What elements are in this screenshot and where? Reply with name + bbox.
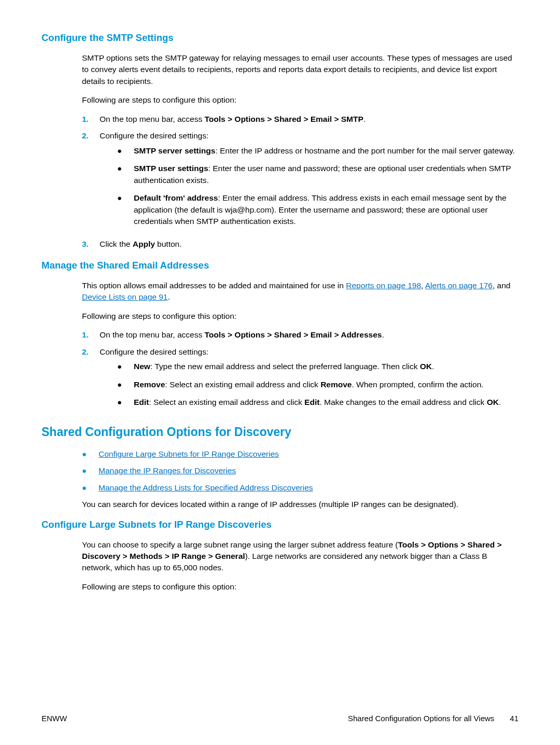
term: SMTP user settings — [134, 164, 208, 173]
text: button. — [155, 240, 182, 248]
text: . — [167, 292, 170, 301]
text: , and — [493, 281, 510, 290]
term: SMTP server settings — [134, 146, 215, 155]
bullet-list: ● SMTP server settings: Enter the IP add… — [117, 145, 519, 228]
list-number: 1. — [82, 329, 100, 341]
list-item: ● Manage the Address Lists for Specified… — [82, 482, 519, 494]
text: : Enter the IP address or hostname and t… — [215, 146, 515, 155]
ordered-list: 1. On the top menu bar, access Tools > O… — [82, 114, 519, 250]
footer-left: ENWW — [41, 713, 67, 724]
list-item: 1. On the top menu bar, access Tools > O… — [82, 329, 519, 341]
list-number: 2. — [82, 346, 100, 415]
heading-shared-discovery: Shared Configuration Options for Discove… — [41, 424, 519, 441]
text: . — [363, 115, 366, 123]
text: . — [382, 330, 384, 339]
footer-right: Shared Configuration Options for all Vie… — [348, 713, 519, 724]
text: On the top menu bar, access — [100, 330, 204, 339]
paragraph: Following are steps to configure this op… — [82, 94, 519, 106]
button-name: OK — [420, 362, 432, 371]
term: New — [134, 362, 150, 371]
bullet-icon: ● — [117, 163, 134, 186]
text: This option allows email addresses to be… — [82, 281, 346, 290]
paragraph: You can choose to specify a large subnet… — [82, 539, 519, 574]
link-alerts[interactable]: Alerts on page 176 — [425, 281, 493, 290]
bullet-icon: ● — [117, 397, 134, 408]
paragraph: This option allows email addresses to be… — [82, 280, 519, 303]
page-footer: ENWW Shared Configuration Options for al… — [41, 713, 519, 724]
link-reports[interactable]: Reports on page 198 — [346, 281, 421, 290]
list-number: 3. — [82, 238, 100, 250]
button-name: Apply — [133, 240, 155, 248]
list-item: ● SMTP server settings: Enter the IP add… — [117, 145, 519, 157]
text: You can choose to specify a large subnet… — [82, 540, 398, 549]
link-list: ● Configure Large Subnets for IP Range D… — [82, 448, 519, 494]
list-content: On the top menu bar, access Tools > Opti… — [100, 114, 366, 125]
link-ip-ranges[interactable]: Manage the IP Ranges for Discoveries — [99, 465, 236, 476]
bullet-icon: ● — [117, 192, 134, 227]
bullet-icon: ● — [82, 448, 99, 460]
list-number: 1. — [82, 114, 100, 125]
text: . — [499, 398, 501, 406]
bullet-list: ● New: Type the new email address and se… — [117, 361, 501, 408]
list-item: ● New: Type the new email address and se… — [117, 361, 501, 372]
text: , — [421, 281, 425, 290]
list-item: ● Remove: Select an existing email addre… — [117, 379, 501, 390]
menu-path: Tools > Options > Shared > Email > SMTP — [204, 115, 363, 123]
bullet-icon: ● — [117, 379, 134, 390]
ordered-list: 1. On the top menu bar, access Tools > O… — [82, 329, 519, 414]
link-large-subnets[interactable]: Configure Large Subnets for IP Range Dis… — [99, 448, 279, 460]
bullet-icon: ● — [82, 482, 99, 494]
bullet-icon: ● — [117, 361, 134, 372]
button-name: Remove — [320, 380, 352, 389]
text: . — [432, 362, 434, 371]
text: Configure the desired settings: — [100, 347, 208, 356]
list-number: 2. — [82, 130, 100, 233]
button-name: OK — [487, 398, 499, 406]
text: . When prompted, confirm the action. — [352, 380, 483, 389]
heading-smtp-settings: Configure the SMTP Settings — [41, 31, 519, 45]
text: : Select an existing email address and c… — [149, 398, 304, 406]
text: On the top menu bar, access — [100, 115, 204, 123]
bullet-icon: ● — [82, 465, 99, 476]
link-address-lists[interactable]: Manage the Address Lists for Specified A… — [99, 482, 313, 494]
term: Remove — [134, 380, 165, 389]
heading-large-subnets: Configure Large Subnets for IP Range Dis… — [41, 518, 519, 532]
paragraph: Following are steps to configure this op… — [82, 311, 519, 322]
list-content: Configure the desired settings: ● New: T… — [100, 346, 501, 415]
list-item: 2. Configure the desired settings: ● New… — [82, 346, 519, 415]
list-item: ● Default 'from' address: Enter the emai… — [117, 192, 519, 227]
link-device-lists[interactable]: Device Lists on page 91 — [82, 292, 167, 301]
term: Edit — [134, 398, 149, 406]
list-item: ● Manage the IP Ranges for Discoveries — [82, 465, 519, 476]
text: : Select an existing email address and c… — [165, 380, 320, 389]
term: Default 'from' address — [134, 193, 218, 202]
list-content: Click the Apply button. — [100, 238, 182, 250]
text: Click the — [100, 240, 133, 248]
bullet-icon: ● — [117, 145, 134, 157]
text: Configure the desired settings: — [100, 131, 208, 140]
paragraph: You can search for devices located withi… — [82, 499, 519, 510]
list-item: 2. Configure the desired settings: ● SMT… — [82, 130, 519, 233]
button-name: Edit — [304, 398, 319, 406]
list-item: ● SMTP user settings: Enter the user nam… — [117, 163, 519, 186]
text: : Type the new email address and select … — [150, 362, 420, 371]
text: . Make changes to the email address and … — [319, 398, 486, 406]
list-item: 3. Click the Apply button. — [82, 238, 519, 250]
list-item: 1. On the top menu bar, access Tools > O… — [82, 114, 519, 125]
list-content: On the top menu bar, access Tools > Opti… — [100, 329, 384, 341]
list-item: ● Configure Large Subnets for IP Range D… — [82, 448, 519, 460]
heading-shared-email: Manage the Shared Email Addresses — [41, 259, 519, 273]
paragraph: SMTP options sets the SMTP gateway for r… — [82, 52, 519, 87]
menu-path: Tools > Options > Shared > Email > Addre… — [204, 330, 382, 339]
paragraph: Following are steps to configure this op… — [82, 581, 519, 593]
list-item: ● Edit: Select an existing email address… — [117, 397, 501, 408]
list-content: Configure the desired settings: ● SMTP s… — [100, 130, 519, 233]
